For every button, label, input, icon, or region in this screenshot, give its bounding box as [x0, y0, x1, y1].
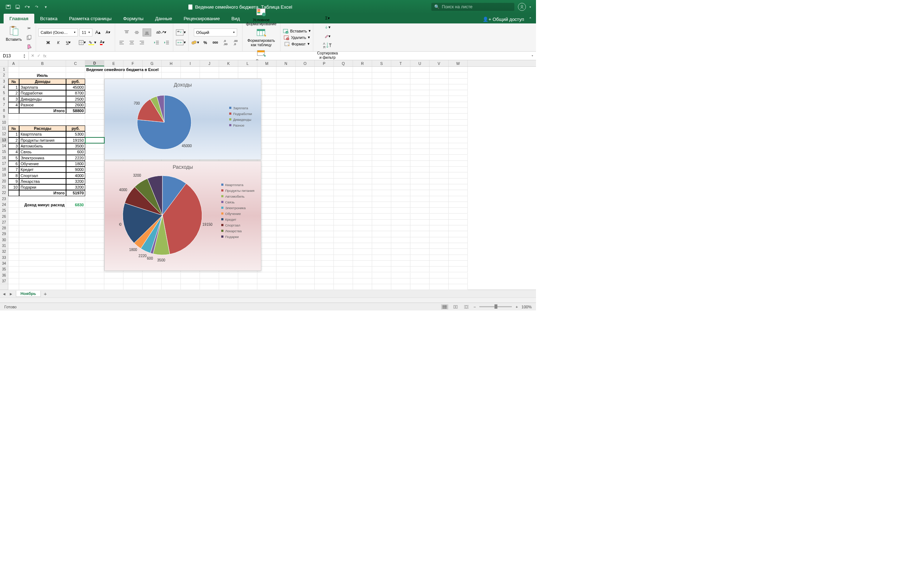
cell[interactable]: 10 [8, 184, 19, 190]
font-color-icon[interactable]: A▾ [98, 39, 107, 47]
page-title[interactable]: Ведение семейного бюджета в Excel [85, 67, 181, 73]
cell[interactable]: 8700 [66, 90, 85, 96]
cell[interactable]: 5300 [66, 131, 85, 137]
row-header[interactable]: 28 [0, 226, 8, 231]
spreadsheet-grid[interactable]: 1234567891011121314151617181920212223242… [0, 60, 536, 290]
currency-icon[interactable]: ▾ [191, 39, 200, 47]
cell[interactable]: Итого [19, 190, 66, 196]
format-as-table-button[interactable]: Форматировать как таблицу [246, 27, 276, 48]
format-painter-icon[interactable] [25, 43, 34, 50]
name-box[interactable]: D13▲▼ [0, 52, 29, 60]
cell[interactable]: 19150 [66, 137, 85, 143]
qat-more-icon[interactable]: ▾ [43, 3, 49, 10]
format-cells-button[interactable]: Формат▾ [284, 42, 310, 47]
sheet-tab-active[interactable]: Ноябрь [16, 291, 41, 297]
clear-icon[interactable]: ▾ [323, 32, 332, 40]
col-header[interactable]: V [430, 60, 449, 66]
fill-color-icon[interactable]: ▾ [88, 39, 97, 47]
col-header[interactable]: R [353, 60, 372, 66]
fx-icon[interactable]: fx [43, 54, 47, 58]
select-all-corner[interactable] [0, 60, 8, 67]
align-bottom-icon[interactable] [142, 29, 151, 36]
align-right-icon[interactable] [137, 39, 146, 47]
increase-decimal-icon[interactable]: ,0,00 [221, 39, 230, 47]
cell[interactable]: Зарплата [19, 84, 66, 90]
row-header[interactable]: 12 [0, 131, 8, 137]
col-header[interactable]: U [410, 60, 430, 66]
row-header[interactable]: 18 [0, 167, 8, 172]
expand-fx-icon[interactable]: ▾ [529, 54, 536, 57]
cancel-fx-icon[interactable]: ✕ [31, 53, 34, 58]
cell[interactable]: 1 [8, 131, 19, 137]
tab-Рецензирование[interactable]: Рецензирование [178, 14, 226, 23]
percent-icon[interactable]: % [201, 39, 210, 47]
diff-value[interactable]: 6830 [66, 202, 85, 208]
row-header[interactable]: 24 [0, 202, 8, 208]
row-header[interactable]: 1 [0, 67, 8, 73]
tab-Вид[interactable]: Вид [226, 14, 246, 23]
row-header[interactable]: 4 [0, 84, 8, 90]
cell[interactable]: 4000 [66, 172, 85, 178]
cell[interactable]: № [8, 126, 19, 131]
merge-cells-icon[interactable]: ▾ [175, 39, 186, 47]
qat-autosave-icon[interactable] [5, 3, 11, 10]
row-header[interactable]: 15 [0, 149, 8, 155]
cell[interactable]: 1 [8, 84, 19, 90]
collapse-ribbon-icon[interactable]: ˄ [529, 16, 531, 22]
row-header[interactable]: 5 [0, 90, 8, 96]
fill-icon[interactable]: ▾ [323, 23, 332, 31]
cell[interactable]: 4 [8, 102, 19, 108]
row-header[interactable]: 14 [0, 143, 8, 149]
wrap-text-icon[interactable]: ab▾ [175, 29, 186, 36]
comma-icon[interactable]: 000 [211, 39, 220, 47]
col-header[interactable]: W [449, 60, 468, 66]
conditional-format-button[interactable]: Условное форматирование [245, 6, 278, 27]
row-header[interactable]: 19 [0, 172, 8, 178]
cell[interactable]: 2220 [66, 155, 85, 161]
col-header[interactable]: C [66, 60, 85, 66]
cell[interactable]: Автомобиль [19, 143, 66, 149]
cell[interactable]: Подарки [19, 184, 66, 190]
tab-Данные[interactable]: Данные [149, 14, 178, 23]
cell[interactable]: 3 [8, 143, 19, 149]
month-label[interactable]: Июль [19, 73, 66, 78]
cell[interactable]: 3 [8, 96, 19, 102]
cell[interactable]: 2 [8, 90, 19, 96]
cell[interactable]: 9000 [66, 167, 85, 172]
insert-cells-button[interactable]: +Вставить▾ [283, 29, 311, 34]
cell[interactable]: Спортзал [19, 172, 66, 178]
row-header[interactable]: 29 [0, 231, 8, 237]
active-cell[interactable] [85, 137, 104, 143]
cell[interactable]: Квартплата [19, 131, 66, 137]
cell[interactable]: 8 [8, 172, 19, 178]
row-header[interactable]: 32 [0, 249, 8, 255]
sort-filter-button[interactable]: АЯ Сортировка и фильтр [315, 40, 339, 60]
col-header[interactable]: A [8, 60, 19, 66]
cell[interactable]: 9 [8, 179, 19, 184]
autosum-icon[interactable]: Σ▾ [323, 15, 332, 23]
align-top-icon[interactable] [122, 29, 131, 36]
zoom-in-icon[interactable]: + [515, 305, 518, 309]
cell[interactable]: № [8, 79, 19, 84]
confirm-fx-icon[interactable]: ✓ [37, 53, 40, 58]
zoom-slider[interactable] [479, 306, 512, 307]
cell[interactable]: 2600 [66, 102, 85, 108]
cut-icon[interactable]: ✂ [25, 24, 34, 32]
cell[interactable]: Подработки [19, 90, 66, 96]
cell[interactable]: 3200 [66, 179, 85, 184]
cell[interactable] [8, 108, 19, 114]
horizontal-scrollbar[interactable] [0, 298, 536, 303]
cell[interactable]: 3200 [66, 184, 85, 190]
zoom-level[interactable]: 100% [522, 305, 531, 309]
paste-button[interactable]: Вставить [4, 24, 23, 43]
row-header[interactable]: 8 [0, 108, 8, 114]
row-header[interactable]: 13 [0, 137, 8, 143]
cell[interactable]: 51970 [66, 190, 85, 196]
cell[interactable]: 6 [8, 161, 19, 167]
decrease-indent-icon[interactable] [152, 39, 161, 47]
cell[interactable]: Итого [19, 108, 66, 114]
cell[interactable]: руб. [66, 126, 85, 131]
increase-font-icon[interactable]: A▴ [94, 29, 102, 36]
row-header[interactable]: 25 [0, 208, 8, 213]
cell[interactable]: Обучение [19, 161, 66, 167]
